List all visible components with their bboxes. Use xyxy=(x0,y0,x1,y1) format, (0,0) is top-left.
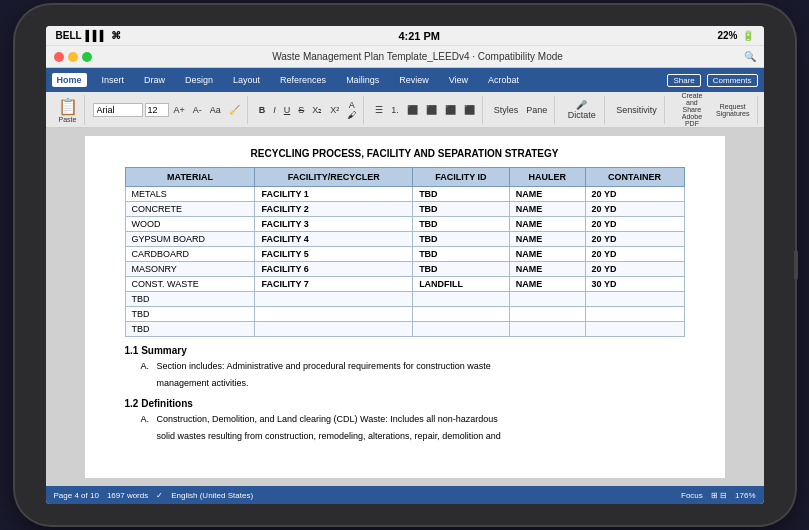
ipad-side-button[interactable] xyxy=(794,250,798,280)
table-cell: CONCRETE xyxy=(125,202,255,217)
create-pdf-button[interactable]: Create and ShareAdobe PDF xyxy=(673,90,711,129)
table-row: GYPSUM BOARDFACILITY 4TBDNAME20 YD xyxy=(125,232,684,247)
document-title: Waste Management Plan Template_LEEDv4 · … xyxy=(92,51,744,62)
italic-button[interactable]: I xyxy=(270,103,279,117)
page-info: Page 4 of 10 xyxy=(54,491,99,500)
numbering-button[interactable]: 1. xyxy=(388,103,402,117)
bold-button[interactable]: B xyxy=(256,103,269,117)
table-row: CARDBOARDFACILITY 5TBDNAME20 YD xyxy=(125,247,684,262)
table-cell xyxy=(255,307,413,322)
table-cell xyxy=(509,322,585,337)
table-cell: TBD xyxy=(125,307,255,322)
tab-references[interactable]: References xyxy=(275,73,331,87)
status-bar-right: Focus ⊞ ⊟ 176% xyxy=(681,491,756,500)
document-content: RECYCLING PROCESS, FACILITY AND SEPARATI… xyxy=(46,128,764,486)
tab-draw[interactable]: Draw xyxy=(139,73,170,87)
word-title-bar: Waste Management Plan Template_LEEDv4 · … xyxy=(46,46,764,68)
section-1-1-item-a: A. Section includes: Administrative and … xyxy=(141,360,685,374)
styles-pane-button[interactable]: Pane xyxy=(523,103,550,117)
align-left-button[interactable]: ⬛ xyxy=(404,103,421,117)
tab-insert[interactable]: Insert xyxy=(97,73,130,87)
table-cell: NAME xyxy=(509,232,585,247)
table-cell: 20 YD xyxy=(585,232,684,247)
request-signatures-button[interactable]: RequestSignatures xyxy=(713,101,752,119)
tab-view[interactable]: View xyxy=(444,73,473,87)
tab-design[interactable]: Design xyxy=(180,73,218,87)
align-center-button[interactable]: ⬛ xyxy=(423,103,440,117)
minimize-button[interactable] xyxy=(68,52,78,62)
table-cell: FACILITY 5 xyxy=(255,247,413,262)
format-tools: B I U S X₂ X² A🖌 xyxy=(252,96,365,124)
table-cell xyxy=(585,307,684,322)
status-time: 4:21 PM xyxy=(398,30,440,42)
doc-status-bar: Page 4 of 10 1697 words ✓ English (Unite… xyxy=(46,486,764,504)
align-right-button[interactable]: ⬛ xyxy=(442,103,459,117)
highlight-button[interactable]: A🖌 xyxy=(344,98,359,122)
table-cell: 20 YD xyxy=(585,262,684,277)
header-material: MATERIAL xyxy=(125,168,255,187)
ribbon-toolbar: 📋 Paste A+ A- Aa 🧹 B I U S X₂ X² A🖌 xyxy=(46,92,764,128)
table-cell xyxy=(585,292,684,307)
table-cell: 20 YD xyxy=(585,217,684,232)
table-cell: 30 YD xyxy=(585,277,684,292)
battery-icon: 🔋 xyxy=(742,30,754,41)
table-cell: TBD xyxy=(413,262,510,277)
change-case-button[interactable]: Aa xyxy=(207,103,224,117)
track-changes-icon: ✓ xyxy=(156,491,163,500)
table-cell: TBD xyxy=(413,187,510,202)
tab-mailings[interactable]: Mailings xyxy=(341,73,384,87)
tab-acrobat[interactable]: Acrobat xyxy=(483,73,524,87)
font-shrink-button[interactable]: A- xyxy=(190,103,205,117)
table-cell xyxy=(255,292,413,307)
section-1-1-title: 1.1 Summary xyxy=(125,345,685,356)
ipad-screen: BELL ▌▌▌ ⌘ 4:21 PM 22% 🔋 Waste Managemen… xyxy=(46,26,764,504)
dictate-button[interactable]: 🎤 Dictate xyxy=(563,98,600,122)
table-cell: TBD xyxy=(125,292,255,307)
table-cell: LANDFILL xyxy=(413,277,510,292)
justify-button[interactable]: ⬛ xyxy=(461,103,478,117)
bullets-button[interactable]: ☰ xyxy=(372,103,386,117)
header-facility-id: FACILITY ID xyxy=(413,168,510,187)
close-button[interactable] xyxy=(54,52,64,62)
table-row: WOODFACILITY 3TBDNAME20 YD xyxy=(125,217,684,232)
search-icon[interactable]: 🔍 xyxy=(744,51,756,62)
clear-format-button[interactable]: 🧹 xyxy=(226,103,243,117)
font-selector[interactable] xyxy=(93,103,143,117)
carrier-text: BELL xyxy=(56,30,82,41)
focus-button[interactable]: Focus xyxy=(681,491,703,500)
table-cell: FACILITY 6 xyxy=(255,262,413,277)
tab-home[interactable]: Home xyxy=(52,73,87,87)
ribbon-tabs: Home Insert Draw Design Layout Reference… xyxy=(46,68,764,92)
table-cell: FACILITY 2 xyxy=(255,202,413,217)
underline-button[interactable]: U xyxy=(281,103,294,117)
tab-layout[interactable]: Layout xyxy=(228,73,265,87)
table-cell: TBD xyxy=(413,202,510,217)
tab-review[interactable]: Review xyxy=(394,73,434,87)
superscript-button[interactable]: X² xyxy=(327,103,342,117)
table-cell xyxy=(585,322,684,337)
acrobat-tools: Create and ShareAdobe PDF RequestSignatu… xyxy=(669,96,758,124)
table-cell: FACILITY 3 xyxy=(255,217,413,232)
maximize-button[interactable] xyxy=(82,52,92,62)
table-row: METALSFACILITY 1TBDNAME20 YD xyxy=(125,187,684,202)
share-button[interactable]: Share xyxy=(667,74,700,87)
zoom-level: 176% xyxy=(735,491,755,500)
table-cell: NAME xyxy=(509,262,585,277)
paste-icon: 📋 xyxy=(58,97,78,116)
table-cell: TBD xyxy=(125,322,255,337)
table-cell: NAME xyxy=(509,187,585,202)
header-hauler: HAULER xyxy=(509,168,585,187)
font-size[interactable] xyxy=(145,103,169,117)
document-page: RECYCLING PROCESS, FACILITY AND SEPARATI… xyxy=(85,136,725,478)
comments-button[interactable]: Comments xyxy=(707,74,758,87)
font-grow-button[interactable]: A+ xyxy=(171,103,188,117)
word-count: 1697 words xyxy=(107,491,148,500)
subscript-button[interactable]: X₂ xyxy=(309,103,325,117)
paste-button[interactable]: 📋 Paste xyxy=(52,95,85,125)
table-header-row: MATERIAL FACILITY/RECYCLER FACILITY ID H… xyxy=(125,168,684,187)
styles-button[interactable]: Styles xyxy=(491,103,522,117)
sensitivity-button[interactable]: Sensitivity xyxy=(613,103,660,117)
table-cell: NAME xyxy=(509,202,585,217)
strikethrough-button[interactable]: S xyxy=(295,103,307,117)
table-cell: TBD xyxy=(413,247,510,262)
